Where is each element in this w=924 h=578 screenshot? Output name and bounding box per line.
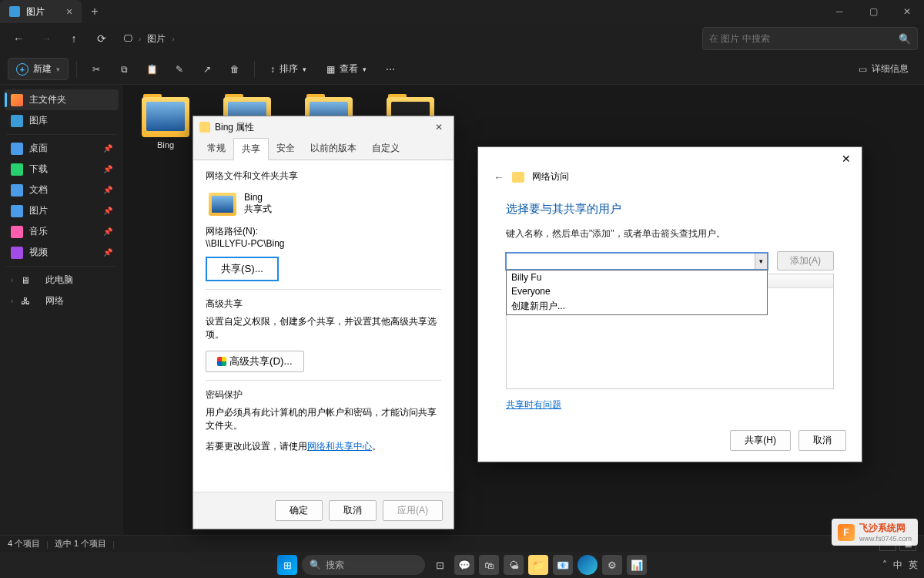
pin-icon: 📌 (103, 227, 112, 236)
sort-icon: ↕ (270, 64, 275, 75)
share-button[interactable]: 共享(H) (730, 430, 791, 451)
pw-change-text: 若要更改此设置，请使用网络和共享中心。 (206, 440, 441, 453)
file-explorer-button[interactable]: 📁 (528, 555, 548, 575)
sort-button[interactable]: ↕ 排序 ▾ (263, 59, 314, 79)
breadcrumb[interactable]: 🖵 › 图片 › (123, 32, 175, 45)
delete-button[interactable]: 🗑 (223, 58, 246, 81)
up-button[interactable]: ↑ (62, 26, 86, 51)
close-icon[interactable]: ✕ (430, 120, 447, 134)
taskbar-app[interactable]: 📧 (553, 555, 573, 575)
system-tray[interactable]: ˄ 中 英 (882, 559, 918, 572)
ime-lang[interactable]: 英 (909, 559, 918, 572)
new-tab-button[interactable]: + (82, 5, 107, 18)
user-combobox[interactable]: ▾ Billy Fu Everyone 创建新用户... (506, 253, 768, 270)
window-tab[interactable]: 图片 × (0, 0, 82, 23)
paste-button[interactable]: 📋 (140, 58, 163, 81)
desktop-icon (11, 143, 23, 155)
network-sharing-center-link[interactable]: 网络和共享中心 (307, 441, 372, 452)
share-button[interactable]: ↗ (196, 58, 219, 81)
close-window-button[interactable]: ✕ (890, 0, 924, 23)
gallery-icon (11, 115, 23, 127)
sidebar-item-music[interactable]: 音乐📌 (5, 221, 119, 242)
minimize-button[interactable]: ─ (822, 0, 856, 23)
search-input[interactable] (709, 33, 899, 44)
maximize-button[interactable]: ▢ (856, 0, 890, 23)
wizard-hint: 键入名称，然后单击"添加"，或者单击箭头查找用户。 (506, 227, 834, 240)
forward-button[interactable]: → (34, 26, 59, 51)
close-icon[interactable]: ✕ (831, 147, 862, 170)
add-button[interactable]: 添加(A) (777, 251, 834, 271)
folder-label: Bing (157, 140, 174, 150)
tray-chevron-icon[interactable]: ˄ (882, 560, 887, 570)
new-button[interactable]: + 新建 ▾ (8, 58, 69, 80)
breadcrumb-item[interactable]: 图片 (147, 32, 166, 45)
refresh-button[interactable]: ⟳ (89, 26, 114, 51)
cancel-button[interactable]: 取消 (798, 430, 846, 451)
pin-icon: 📌 (103, 207, 112, 215)
sidebar-item-home[interactable]: 主文件夹 (5, 89, 119, 110)
folder-item[interactable]: Bing (132, 94, 199, 150)
user-input[interactable] (506, 253, 768, 270)
more-button[interactable]: ⋯ (379, 58, 402, 81)
sidebar-item-videos[interactable]: 视频📌 (5, 242, 119, 263)
tab-general[interactable]: 常规 (199, 138, 233, 160)
adv-desc: 设置自定义权限，创建多个共享，并设置其他高级共享选项。 (206, 315, 441, 341)
dropdown-option[interactable]: Billy Fu (507, 271, 767, 284)
tab-sharing[interactable]: 共享 (233, 138, 269, 160)
dropdown-button[interactable]: ▾ (755, 254, 767, 269)
dropdown-option[interactable]: Everyone (507, 284, 767, 298)
sidebar-item-thispc[interactable]: ›🖥 此电脑 (5, 270, 119, 291)
item-count: 4 个项目 (8, 538, 40, 549)
plus-icon: + (16, 63, 28, 76)
cut-button[interactable]: ✂ (85, 58, 108, 81)
advanced-sharing-button[interactable]: 高级共享(D)... (206, 351, 304, 372)
cancel-button[interactable]: 取消 (329, 500, 377, 521)
music-icon (11, 226, 23, 238)
home-icon (11, 94, 23, 106)
pin-icon: 📌 (103, 248, 112, 257)
view-button[interactable]: ▦ 查看 ▾ (319, 59, 374, 79)
tab-customize[interactable]: 自定义 (364, 138, 407, 160)
ime-indicator[interactable]: 中 (893, 559, 902, 572)
back-button[interactable]: ← (494, 171, 504, 183)
tab-security[interactable]: 安全 (269, 138, 303, 160)
taskbar-app[interactable]: 💬 (454, 555, 474, 575)
documents-icon (11, 184, 23, 197)
path-value: \\BILLYFU-PC\Bing (206, 238, 441, 249)
back-button[interactable]: ← (6, 26, 31, 51)
dropdown-option[interactable]: 创建新用户... (507, 298, 767, 314)
sidebar-item-network[interactable]: ›🖧 网络 (5, 291, 119, 311)
details-pane-button[interactable]: ▭ 详细信息 (851, 59, 916, 79)
edge-button[interactable] (578, 555, 598, 575)
watermark-icon: F (838, 524, 855, 541)
taskbar-app[interactable]: 📊 (627, 555, 647, 575)
chevron-down-icon: ▾ (303, 66, 306, 73)
taskbar: ⊞ 🔍 搜索 ⊡ 💬 🛍 🌤 📁 📧 ⚙ 📊 ˄ 中 英 (0, 552, 924, 578)
nav-bar: ← → ↑ ⟳ 🖵 › 图片 › 🔍 (0, 23, 924, 54)
sidebar-item-gallery[interactable]: 图库 (5, 110, 119, 131)
rename-button[interactable]: ✎ (168, 58, 191, 81)
pictures-icon (11, 205, 23, 217)
apply-button[interactable]: 应用(A) (383, 500, 443, 521)
dialog-titlebar[interactable]: Bing 属性 ✕ (193, 116, 454, 138)
taskbar-app[interactable]: 🌤 (504, 555, 524, 575)
copy-button[interactable]: ⧉ (112, 58, 136, 81)
sidebar-item-pictures[interactable]: 图片📌 (5, 200, 119, 221)
troubleshoot-link[interactable]: 共享时有问题 (506, 398, 561, 412)
sidebar-item-desktop[interactable]: 桌面📌 (5, 138, 119, 159)
taskbar-app[interactable]: ⚙ (602, 555, 622, 575)
dropdown-list: Billy Fu Everyone 创建新用户... (506, 270, 768, 315)
task-view-button[interactable]: ⊡ (430, 555, 450, 575)
taskbar-app[interactable]: 🛍 (479, 555, 499, 575)
sidebar-item-downloads[interactable]: 下载📌 (5, 159, 119, 180)
video-icon (11, 247, 23, 259)
tab-previous-versions[interactable]: 以前的版本 (303, 138, 364, 160)
sidebar-item-documents[interactable]: 文档📌 (5, 180, 119, 200)
share-button[interactable]: 共享(S)... (206, 257, 279, 281)
ok-button[interactable]: 确定 (275, 500, 323, 521)
start-button[interactable]: ⊞ (277, 555, 297, 575)
search-icon: 🔍 (899, 33, 911, 45)
close-tab-icon[interactable]: × (66, 5, 72, 18)
taskbar-search[interactable]: 🔍 搜索 (302, 555, 425, 575)
search-box[interactable]: 🔍 (702, 27, 918, 50)
